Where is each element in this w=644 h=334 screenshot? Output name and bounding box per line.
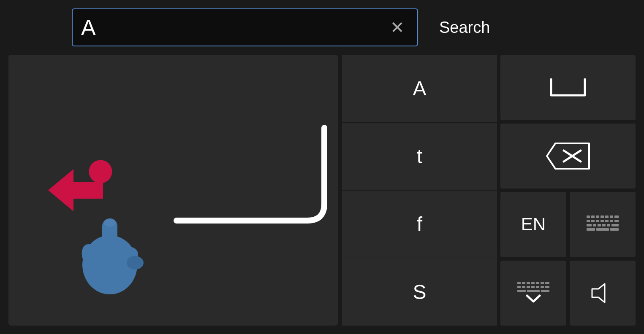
suggestion-item-t[interactable]: t [342,123,497,191]
svg-rect-16 [614,215,619,218]
svg-rect-40 [517,286,521,288]
language-label: EN [521,214,546,234]
svg-rect-30 [587,228,595,231]
search-input-wrapper: A ✕ [72,8,418,46]
svg-rect-11 [591,215,595,218]
language-button[interactable]: EN [500,192,566,257]
top-bar: A ✕ Search [0,0,644,55]
suggestion-item-f[interactable]: f [342,191,497,259]
svg-rect-48 [527,290,540,292]
main-content: A t f S [0,55,644,334]
svg-rect-17 [587,220,590,222]
swipe-dot-icon [89,160,112,183]
hide-volume-row [500,261,636,326]
svg-rect-20 [601,220,604,222]
search-button[interactable]: Search [427,19,503,37]
clear-button[interactable]: ✕ [386,17,409,38]
svg-rect-23 [614,220,619,222]
svg-rect-36 [531,282,535,284]
svg-rect-22 [610,220,613,222]
keyboard-icon [586,214,620,235]
svg-rect-14 [605,215,609,218]
space-icon [549,77,587,97]
svg-rect-29 [611,224,619,226]
svg-rect-25 [593,224,596,226]
svg-rect-27 [602,224,606,226]
svg-rect-42 [527,286,530,288]
volume-button[interactable] [570,261,636,326]
hide-keyboard-icon [516,280,550,306]
svg-rect-13 [601,215,604,218]
hand-gesture-icon [68,185,152,294]
svg-rect-47 [517,290,526,292]
keyboard-toggle-button[interactable] [570,192,636,257]
right-panel: A t f S [342,55,636,326]
svg-rect-12 [596,215,599,218]
suggestions-column: A t f S [342,55,497,326]
gesture-pad[interactable] [8,55,338,326]
backspace-icon [545,141,591,171]
svg-marker-50 [592,284,605,302]
svg-rect-21 [605,220,609,222]
svg-rect-45 [541,286,544,288]
svg-rect-38 [541,282,544,284]
actions-column: EN [500,55,636,326]
volume-icon [590,280,615,306]
swipe-path-icon [155,119,333,237]
svg-point-7 [104,218,116,227]
svg-rect-15 [610,215,613,218]
backspace-button[interactable] [500,124,636,189]
space-button[interactable] [500,55,636,120]
svg-rect-49 [541,290,549,292]
language-keyboard-row: EN [500,192,636,257]
svg-rect-41 [522,286,525,288]
svg-rect-18 [591,220,595,222]
suggestion-item-A[interactable]: A [342,55,497,123]
hide-keyboard-button[interactable] [500,261,566,326]
svg-rect-24 [587,224,592,226]
svg-rect-34 [522,282,525,284]
svg-rect-10 [587,215,590,218]
svg-rect-44 [536,286,539,288]
suggestion-item-S[interactable]: S [342,258,497,326]
svg-rect-32 [610,228,619,231]
search-input[interactable]: A [81,15,386,40]
svg-point-5 [127,256,144,269]
svg-rect-43 [531,286,535,288]
svg-rect-37 [536,282,539,284]
svg-rect-46 [545,286,549,288]
svg-rect-19 [596,220,599,222]
svg-rect-26 [598,224,601,226]
svg-rect-35 [527,282,530,284]
svg-rect-33 [517,282,521,284]
svg-rect-28 [607,224,610,226]
svg-rect-39 [545,282,549,284]
svg-rect-31 [596,228,609,231]
svg-point-1 [89,160,112,183]
